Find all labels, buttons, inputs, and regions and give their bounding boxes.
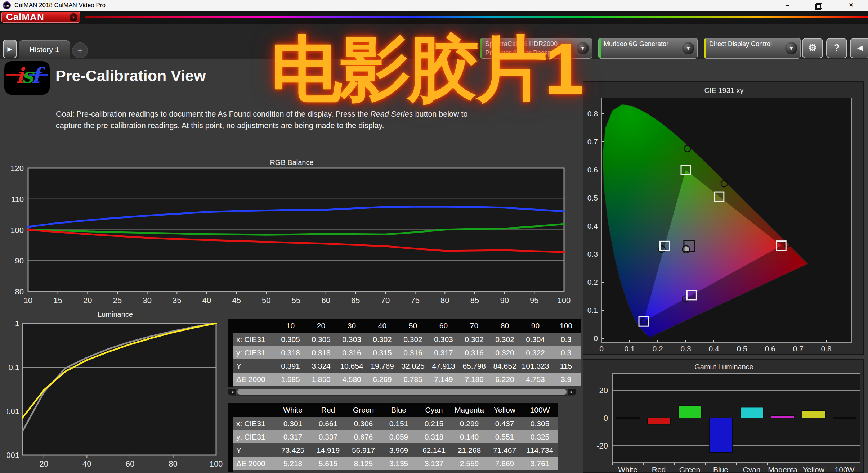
- gamut-luminance-title: Gamut Luminance: [583, 363, 864, 371]
- table-row: Y73.42514.91956.9173.96962.14121.26871.4…: [233, 443, 558, 457]
- calman-menu-button[interactable]: CalMAN ▼: [1, 12, 80, 23]
- table-cell: 4.580: [336, 373, 367, 386]
- greyscale-table-scrollbar[interactable]: ◄ ►: [228, 388, 576, 396]
- gamut-table: WhiteRedGreenBlueCyanMagentaYellow100Wx:…: [228, 403, 581, 472]
- table-cell: 10.654: [336, 359, 367, 373]
- column-header: Blue: [381, 403, 416, 417]
- axis-label: 0.001: [7, 451, 19, 460]
- column-header: 100W: [522, 403, 558, 417]
- gear-icon: ⚙: [808, 42, 817, 53]
- table-row: ΔE 20001.6851.8504.5806.2696.7857.1497.1…: [233, 373, 581, 386]
- column-header: Yellow: [487, 403, 522, 417]
- table-cell: 5.218: [275, 457, 310, 470]
- table-cell: 7.669: [487, 457, 522, 470]
- table-cell: 0.661: [310, 417, 346, 430]
- column-header: 40: [367, 319, 398, 333]
- axis-label: 0.2: [587, 278, 598, 286]
- table-cell: 0.151: [381, 417, 416, 430]
- column-header: 50: [398, 319, 428, 333]
- axis-label: 30: [143, 296, 151, 304]
- goal-text: Goal: Pre-calibration readings to docume…: [56, 109, 484, 132]
- table-cell: 19.769: [367, 359, 398, 373]
- axis-label: 0.3: [587, 250, 598, 258]
- bar-red: [647, 418, 670, 424]
- table-cell: 65.798: [459, 359, 489, 373]
- minimize-button[interactable]: –: [778, 0, 798, 11]
- table-cell: 1.850: [306, 373, 336, 386]
- axis-label: 60: [321, 296, 330, 304]
- tab-history-1[interactable]: History 1: [19, 40, 70, 59]
- help-icon: ?: [834, 42, 840, 53]
- axis-label: 15: [53, 296, 62, 304]
- axis-label: 100: [210, 459, 223, 468]
- settings-button[interactable]: ⚙: [802, 38, 823, 58]
- axis-label: 0.6: [587, 166, 598, 174]
- axis-label: 110: [11, 195, 24, 204]
- bar-blue: [709, 418, 732, 452]
- axis-label: 0.1: [587, 306, 598, 314]
- table-cell: 115: [551, 359, 581, 373]
- table-cell: 6.220: [489, 373, 520, 386]
- axis-label: Red: [652, 465, 666, 472]
- table-header-row: 102030405060708090100: [233, 319, 581, 333]
- scrollbar-thumb[interactable]: [237, 389, 567, 395]
- axis-label: 90: [15, 256, 24, 265]
- table-cell: 7.186: [459, 373, 489, 386]
- axis-label: 120: [10, 164, 24, 173]
- restore-button[interactable]: [809, 0, 829, 11]
- table-cell: 101.323: [520, 359, 551, 373]
- column-header: 60: [428, 319, 459, 333]
- table-cell: 0.437: [487, 417, 522, 430]
- axis-label: 0.7: [793, 344, 803, 353]
- bar-green: [678, 406, 701, 418]
- read-series-play-button[interactable]: ▶: [3, 40, 17, 58]
- column-header: 10: [275, 319, 306, 333]
- table-cell: 7.149: [428, 373, 459, 386]
- table-cell: 0.316: [459, 346, 489, 359]
- help-button[interactable]: ?: [826, 38, 847, 58]
- table-cell: 0.316: [336, 346, 367, 359]
- axis-label: 45: [232, 296, 241, 304]
- table-cell: 0.391: [275, 359, 306, 373]
- table-cell: 3.969: [381, 443, 416, 457]
- column-header: 90: [520, 319, 551, 333]
- column-header: 70: [459, 319, 489, 333]
- source-status-indicator: [599, 38, 601, 58]
- table-cell: 21.268: [452, 443, 487, 457]
- table-cell: 71.467: [487, 443, 522, 457]
- row-label: x: CIE31: [233, 417, 275, 430]
- table-row: x: CIE310.3050.3050.3030.3020.3020.3030.…: [233, 333, 581, 346]
- axis-label: 25: [113, 296, 122, 304]
- table-cell: 0.302: [489, 333, 520, 346]
- row-label: y: CIE31: [233, 346, 275, 359]
- page-title: Pre-Calibration View: [55, 67, 206, 85]
- table-cell: 0.3: [551, 333, 581, 346]
- add-tab-button[interactable]: +: [72, 42, 88, 58]
- table-cell: 0.322: [520, 346, 551, 359]
- axis-label: Magenta: [768, 465, 797, 472]
- table-cell: 0.301: [275, 417, 310, 430]
- row-label: ΔE 2000: [233, 373, 275, 386]
- close-button[interactable]: ✕: [841, 0, 861, 11]
- row-label: Y: [233, 443, 275, 457]
- table-row: x: CIE310.3010.6610.3060.1510.2150.2990.…: [233, 417, 558, 430]
- axis-label: 80: [169, 459, 177, 468]
- table-row: ΔE 20005.2185.6158.1253.1353.1372.5597.6…: [233, 457, 558, 470]
- scroll-right-icon[interactable]: ►: [568, 389, 576, 395]
- table-cell: 6.785: [398, 373, 428, 386]
- table-cell: 0.305: [306, 333, 336, 346]
- source-dropdown[interactable]: Murideo 6G Generator ▼: [598, 38, 698, 59]
- video-overlay-caption: 电影胶片1: [271, 32, 581, 107]
- calman-logo-text: CalMAN: [6, 12, 44, 22]
- scroll-left-icon[interactable]: ◄: [228, 389, 236, 395]
- arrow-left-icon: ◄: [855, 42, 865, 53]
- display-control-dropdown[interactable]: Direct Display Control ▼: [704, 38, 801, 59]
- axis-label: 10: [24, 296, 32, 304]
- table-cell: 8.125: [346, 457, 381, 470]
- table-header-row: WhiteRedGreenBlueCyanMagentaYellow100W: [233, 403, 558, 417]
- cie-title: CIE 1931 xy: [583, 86, 864, 95]
- axis-label: 0.3: [680, 344, 691, 353]
- collapse-panel-button[interactable]: ◄: [850, 38, 868, 58]
- axis-label: 0: [599, 344, 604, 353]
- axis-label: 0.8: [587, 109, 598, 118]
